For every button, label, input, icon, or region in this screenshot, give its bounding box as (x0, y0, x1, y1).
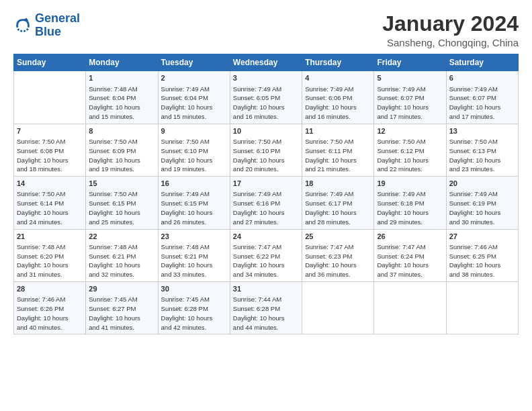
day-info: Sunrise: 7:49 AM Sunset: 6:07 PM Dayligh… (449, 85, 515, 122)
day-number: 7 (17, 126, 83, 136)
calendar-cell: 29Sunrise: 7:45 AM Sunset: 6:27 PM Dayli… (86, 282, 158, 334)
calendar-cell: 28Sunrise: 7:46 AM Sunset: 6:26 PM Dayli… (14, 282, 86, 334)
calendar-cell: 6Sunrise: 7:49 AM Sunset: 6:07 PM Daylig… (446, 71, 518, 124)
calendar-cell (14, 71, 86, 124)
day-info: Sunrise: 7:49 AM Sunset: 6:04 PM Dayligh… (161, 85, 227, 122)
day-info: Sunrise: 7:44 AM Sunset: 6:28 PM Dayligh… (233, 295, 299, 332)
day-info: Sunrise: 7:50 AM Sunset: 6:13 PM Dayligh… (449, 137, 515, 174)
calendar-cell: 13Sunrise: 7:50 AM Sunset: 6:13 PM Dayli… (446, 124, 518, 176)
day-info: Sunrise: 7:47 AM Sunset: 6:24 PM Dayligh… (377, 242, 443, 279)
calendar-week-5: 28Sunrise: 7:46 AM Sunset: 6:26 PM Dayli… (14, 282, 519, 334)
day-info: Sunrise: 7:49 AM Sunset: 6:07 PM Dayligh… (377, 85, 443, 122)
col-wednesday: Wednesday (230, 54, 302, 71)
day-info: Sunrise: 7:50 AM Sunset: 6:15 PM Dayligh… (89, 189, 154, 226)
day-info: Sunrise: 7:48 AM Sunset: 6:21 PM Dayligh… (89, 242, 154, 279)
calendar-week-2: 7Sunrise: 7:50 AM Sunset: 6:08 PM Daylig… (14, 124, 519, 176)
day-number: 9 (161, 126, 227, 136)
day-number: 29 (89, 284, 154, 294)
day-info: Sunrise: 7:48 AM Sunset: 6:20 PM Dayligh… (17, 242, 83, 279)
day-number: 3 (233, 73, 299, 83)
logo: General Blue (13, 12, 80, 39)
calendar-cell: 16Sunrise: 7:49 AM Sunset: 6:15 PM Dayli… (158, 177, 230, 229)
logo-general: General (35, 11, 80, 25)
day-number: 27 (449, 232, 515, 242)
day-number: 11 (305, 126, 371, 136)
day-number: 15 (89, 179, 154, 189)
calendar-week-4: 21Sunrise: 7:48 AM Sunset: 6:20 PM Dayli… (14, 229, 519, 281)
day-info: Sunrise: 7:50 AM Sunset: 6:10 PM Dayligh… (233, 137, 299, 174)
calendar-cell: 26Sunrise: 7:47 AM Sunset: 6:24 PM Dayli… (374, 229, 446, 281)
day-number: 17 (233, 179, 299, 189)
day-info: Sunrise: 7:49 AM Sunset: 6:19 PM Dayligh… (449, 189, 515, 226)
calendar-cell (302, 282, 374, 334)
day-number: 5 (377, 73, 443, 83)
calendar-cell: 27Sunrise: 7:46 AM Sunset: 6:25 PM Dayli… (446, 229, 518, 281)
calendar-cell: 21Sunrise: 7:48 AM Sunset: 6:20 PM Dayli… (14, 229, 86, 281)
calendar-cell: 15Sunrise: 7:50 AM Sunset: 6:15 PM Dayli… (86, 177, 158, 229)
day-number: 28 (17, 284, 83, 294)
calendar-cell: 5Sunrise: 7:49 AM Sunset: 6:07 PM Daylig… (374, 71, 446, 124)
calendar-cell: 17Sunrise: 7:49 AM Sunset: 6:16 PM Dayli… (230, 177, 302, 229)
day-number: 8 (89, 126, 154, 136)
col-sunday: Sunday (14, 54, 86, 71)
col-tuesday: Tuesday (158, 54, 230, 71)
day-info: Sunrise: 7:47 AM Sunset: 6:22 PM Dayligh… (233, 242, 299, 279)
day-number: 1 (89, 73, 154, 83)
day-number: 21 (17, 232, 83, 242)
day-number: 26 (377, 232, 443, 242)
col-thursday: Thursday (302, 54, 374, 71)
title-area: January 2024 Sansheng, Chongqing, China (382, 12, 519, 48)
col-saturday: Saturday (446, 54, 518, 71)
calendar-cell: 9Sunrise: 7:50 AM Sunset: 6:10 PM Daylig… (158, 124, 230, 176)
calendar-cell: 10Sunrise: 7:50 AM Sunset: 6:10 PM Dayli… (230, 124, 302, 176)
calendar-cell: 8Sunrise: 7:50 AM Sunset: 6:09 PM Daylig… (86, 124, 158, 176)
calendar-cell: 25Sunrise: 7:47 AM Sunset: 6:23 PM Dayli… (302, 229, 374, 281)
day-number: 13 (449, 126, 515, 136)
header: General Blue January 2024 Sansheng, Chon… (13, 12, 519, 48)
calendar-cell: 31Sunrise: 7:44 AM Sunset: 6:28 PM Dayli… (230, 282, 302, 334)
calendar-cell: 24Sunrise: 7:47 AM Sunset: 6:22 PM Dayli… (230, 229, 302, 281)
calendar-cell: 22Sunrise: 7:48 AM Sunset: 6:21 PM Dayli… (86, 229, 158, 281)
day-info: Sunrise: 7:49 AM Sunset: 6:05 PM Dayligh… (233, 85, 299, 122)
calendar-table: Sunday Monday Tuesday Wednesday Thursday… (13, 54, 519, 334)
day-number: 18 (305, 179, 371, 189)
col-monday: Monday (86, 54, 158, 71)
calendar-cell (446, 282, 518, 334)
calendar-cell: 30Sunrise: 7:45 AM Sunset: 6:28 PM Dayli… (158, 282, 230, 334)
calendar-cell: 3Sunrise: 7:49 AM Sunset: 6:05 PM Daylig… (230, 71, 302, 124)
day-info: Sunrise: 7:49 AM Sunset: 6:06 PM Dayligh… (305, 85, 371, 122)
day-number: 24 (233, 232, 299, 242)
logo-text: General Blue (35, 12, 80, 39)
calendar-cell: 20Sunrise: 7:49 AM Sunset: 6:19 PM Dayli… (446, 177, 518, 229)
page: General Blue January 2024 Sansheng, Chon… (0, 0, 532, 411)
header-row: Sunday Monday Tuesday Wednesday Thursday… (14, 54, 519, 71)
day-info: Sunrise: 7:48 AM Sunset: 6:04 PM Dayligh… (89, 85, 154, 122)
day-number: 14 (17, 179, 83, 189)
main-title: January 2024 (382, 12, 519, 36)
day-info: Sunrise: 7:50 AM Sunset: 6:09 PM Dayligh… (89, 137, 154, 174)
day-number: 16 (161, 179, 227, 189)
logo-icon (13, 16, 32, 35)
day-number: 6 (449, 73, 515, 83)
day-info: Sunrise: 7:46 AM Sunset: 6:25 PM Dayligh… (449, 242, 515, 279)
day-number: 31 (233, 284, 299, 294)
col-friday: Friday (374, 54, 446, 71)
day-number: 10 (233, 126, 299, 136)
day-number: 4 (305, 73, 371, 83)
day-info: Sunrise: 7:49 AM Sunset: 6:15 PM Dayligh… (161, 189, 227, 226)
calendar-cell (374, 282, 446, 334)
day-number: 25 (305, 232, 371, 242)
day-info: Sunrise: 7:49 AM Sunset: 6:18 PM Dayligh… (377, 189, 443, 226)
day-number: 23 (161, 232, 227, 242)
day-number: 19 (377, 179, 443, 189)
day-number: 20 (449, 179, 515, 189)
day-number: 2 (161, 73, 227, 83)
day-info: Sunrise: 7:45 AM Sunset: 6:28 PM Dayligh… (161, 295, 227, 332)
calendar-cell: 1Sunrise: 7:48 AM Sunset: 6:04 PM Daylig… (86, 71, 158, 124)
calendar-cell: 14Sunrise: 7:50 AM Sunset: 6:14 PM Dayli… (14, 177, 86, 229)
calendar-cell: 11Sunrise: 7:50 AM Sunset: 6:11 PM Dayli… (302, 124, 374, 176)
day-number: 30 (161, 284, 227, 294)
calendar-cell: 7Sunrise: 7:50 AM Sunset: 6:08 PM Daylig… (14, 124, 86, 176)
subtitle: Sansheng, Chongqing, China (382, 37, 519, 48)
day-info: Sunrise: 7:50 AM Sunset: 6:10 PM Dayligh… (161, 137, 227, 174)
